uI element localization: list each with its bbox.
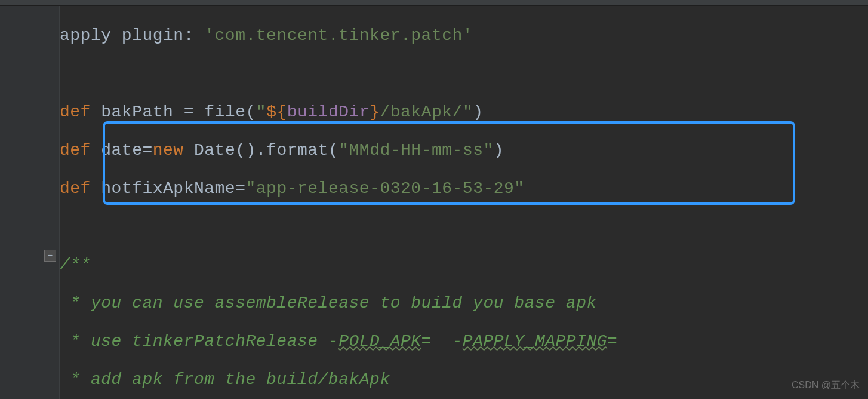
- code-line[interactable]: def hotfixApkName="app-release-0320-16-5…: [60, 170, 868, 208]
- token-def: def: [60, 141, 91, 159]
- token-comment-underline: PAPPLY_MAPPING: [463, 332, 607, 351]
- code-line[interactable]: def date=new Date().format("MMdd-HH-mm-s…: [60, 131, 868, 170]
- token-string: /bakApk/: [380, 103, 462, 121]
- token-comment-open: /**: [60, 256, 91, 274]
- token-comment: * you can use assembleRelease to build y…: [60, 294, 597, 312]
- code-line-comment[interactable]: /**: [60, 246, 868, 284]
- token-quote: ": [256, 103, 266, 121]
- code-line[interactable]: def bakPath = file("${buildDir}/bakApk/"…: [60, 93, 868, 131]
- token-var: date: [101, 141, 142, 159]
- token-new: new: [153, 141, 184, 159]
- token-interp-close: }: [370, 103, 380, 121]
- gutter[interactable]: [0, 6, 60, 399]
- code-area[interactable]: apply plugin: 'com.tencent.tinker.patch'…: [60, 6, 868, 399]
- token-apply: apply: [60, 26, 112, 45]
- watermark: CSDN @五个木: [792, 379, 860, 392]
- token-interp-var: buildDir: [287, 103, 370, 121]
- token-comment: * add apk from the build/bakApk: [60, 370, 390, 389]
- token-comment: =: [607, 332, 638, 351]
- code-line[interactable]: apply plugin: 'com.tencent.tinker.patch': [60, 17, 868, 55]
- token-eq: =: [142, 141, 152, 159]
- code-line-blank[interactable]: [60, 55, 868, 93]
- token-call: Date().format(: [194, 141, 338, 159]
- token-def: def: [60, 103, 91, 121]
- token-eq: =: [184, 103, 194, 121]
- editor-area: apply plugin: 'com.tencent.tinker.patch'…: [0, 6, 868, 399]
- token-comment-underline: POLD_APK: [338, 332, 421, 351]
- fold-toggle-icon[interactable]: [44, 250, 56, 262]
- editor-toolbar: [0, 0, 868, 6]
- code-line-comment[interactable]: * use tinkerPatchRelease -POLD_APK= -PAP…: [60, 323, 868, 361]
- token-comment: = -: [421, 332, 463, 351]
- token-def: def: [60, 179, 91, 198]
- token-string: 'com.tencent.tinker.patch': [204, 26, 473, 45]
- token-quote: ": [463, 103, 473, 121]
- token-eq: =: [235, 179, 245, 198]
- token-comment: * use tinkerPatchRelease -: [60, 332, 338, 351]
- token-paren: ): [473, 103, 483, 121]
- token-var: hotfixApkName: [101, 179, 235, 198]
- token-plugin: plugin:: [122, 26, 194, 45]
- code-line-comment[interactable]: * add apk from the build/bakApk: [60, 361, 868, 399]
- token-paren: ): [494, 141, 504, 159]
- token-string: "app-release-0320-16-53-29": [245, 179, 524, 198]
- token-fn: file(: [204, 103, 256, 121]
- token-var: bakPath: [101, 103, 173, 121]
- token-interp-open: ${: [266, 103, 287, 121]
- token-string: "MMdd-HH-mm-ss": [338, 141, 494, 159]
- code-line-comment[interactable]: * you can use assembleRelease to build y…: [60, 284, 868, 323]
- code-line-blank[interactable]: [60, 208, 868, 246]
